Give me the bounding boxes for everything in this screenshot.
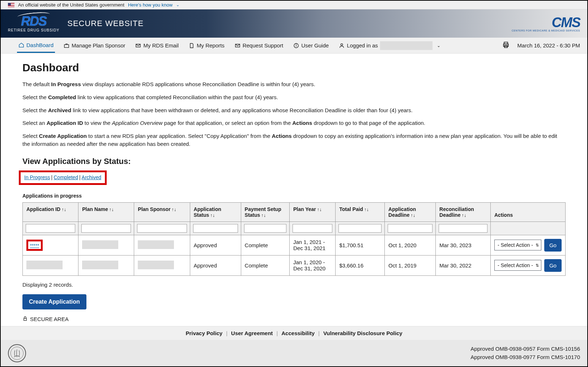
th-plan-year[interactable]: Plan Year↑↓ [289, 202, 335, 222]
th-application-id[interactable]: Application ID↑↓ [23, 202, 78, 222]
nav-my-rds-email[interactable]: My RDS Email [134, 39, 180, 52]
table-row: ***** Approved Complete Jan 1, 2021 - De… [23, 235, 566, 255]
secure-website-title: SECURE WEBSITE [67, 19, 144, 28]
nav-request-support[interactable]: Request Support [233, 39, 285, 52]
go-button[interactable]: Go [544, 259, 562, 272]
site-header: RDS RETIREE DRUG SUBSIDY SECURE WEBSITE … [1, 9, 587, 38]
intro-text: The default In Progress view displays ac… [22, 80, 566, 148]
filter-actions-blank [490, 222, 565, 235]
records-count: Displaying 2 records. [22, 282, 566, 288]
omb-line-2: Approved OMB-0938-0977 Form CMS-10170 [470, 353, 580, 362]
footer-accessibility[interactable]: Accessibility [281, 330, 315, 336]
info-icon [293, 43, 299, 48]
gov-banner-text: An official website of the United States… [18, 2, 124, 8]
cell-total-paid: $1,700.51 [336, 235, 385, 255]
th-payment-setup-status[interactable]: Payment Setup Status↑↓ [241, 202, 289, 222]
create-application-button[interactable]: Create Application [22, 294, 86, 309]
th-application-status[interactable]: Application Status↑↓ [190, 202, 241, 222]
nav-logged-in-as[interactable]: Logged in as ⌄ [337, 38, 442, 54]
cell-plan-year: Jan 1, 2021 - Dec 31, 2021 [289, 235, 335, 255]
redacted-username [380, 41, 433, 50]
cms-logo[interactable]: CMS CENTERS FOR MEDICARE & MEDICAID SERV… [512, 16, 580, 32]
page-title: Dashboard [22, 62, 566, 74]
th-actions: Actions [490, 202, 565, 222]
nav-my-reports[interactable]: My Reports [187, 39, 226, 52]
redacted-plan-sponsor [138, 261, 174, 269]
status-links-highlight-box: In Progress|Completed|Archived [19, 170, 107, 185]
main-content: Dashboard The default In Progress view d… [1, 54, 587, 326]
cell-total-paid: $3,660.16 [336, 255, 385, 275]
us-flag-icon [8, 3, 14, 7]
nav-user-guide[interactable]: User Guide [292, 39, 330, 52]
go-button[interactable]: Go [544, 239, 562, 252]
th-total-paid[interactable]: Total Paid↑↓ [336, 202, 385, 222]
cell-application-deadline: Oct 1, 2020 [385, 235, 436, 255]
filter-plan-year[interactable] [293, 224, 332, 233]
how-you-know-link[interactable]: Here's how you know [128, 2, 172, 8]
filter-application-deadline[interactable] [388, 224, 433, 233]
chevron-down-icon[interactable]: ⌄ [437, 43, 440, 48]
envelope-icon [135, 43, 141, 48]
filter-total-paid[interactable] [338, 224, 382, 233]
briefcase-icon [64, 43, 69, 48]
print-icon[interactable] [502, 41, 510, 50]
omb-line-1: Approved OMB-0938-0957 Form CMS-10156 [470, 345, 580, 353]
redacted-plan-name [82, 261, 118, 269]
cell-plan-year: Jan 1, 2020 - Dec 31, 2020 [289, 255, 335, 275]
envelope-icon [235, 43, 240, 48]
action-select[interactable]: - Select Action - [494, 260, 541, 271]
filter-payment-status[interactable] [244, 224, 286, 233]
rds-logo[interactable]: RDS RETIREE DRUG SUBSIDY [8, 15, 59, 32]
secure-area-label: SECURE AREA [22, 316, 566, 322]
lock-icon [22, 316, 28, 322]
action-select[interactable]: - Select Action - [494, 240, 541, 250]
filter-plan-name[interactable] [81, 224, 131, 233]
th-plan-sponsor[interactable]: Plan Sponsor↑↓ [134, 202, 190, 222]
svg-rect-0 [64, 45, 69, 47]
filter-application-id[interactable] [26, 224, 75, 233]
status-link-archived[interactable]: Archived [82, 174, 101, 180]
footer-bottom: Approved OMB-0938-0957 Form CMS-10156 Ap… [1, 340, 587, 367]
cell-application-status: Approved [190, 235, 241, 255]
footer-links: Privacy Policy|User Agreement|Accessibil… [1, 326, 587, 340]
table-row: Approved Complete Jan 1, 2020 - Dec 31, … [23, 255, 566, 275]
cell-application-status: Approved [190, 255, 241, 275]
applications-table: Application ID↑↓ Plan Name↑↓ Plan Sponso… [22, 202, 566, 276]
filter-plan-sponsor[interactable] [137, 224, 187, 233]
application-id-highlight-box: ***** [26, 240, 43, 251]
nav-manage-plan-sponsor[interactable]: Manage Plan Sponsor [62, 39, 127, 52]
cell-reconciliation-deadline: Mar 30, 2023 [436, 235, 491, 255]
nav-bar: DashBoard Manage Plan Sponsor My RDS Ema… [1, 38, 587, 54]
hhs-seal-icon [8, 344, 26, 362]
user-icon [339, 43, 345, 48]
status-link-completed[interactable]: Completed [54, 174, 78, 180]
nav-datetime: March 16, 2022 - 6:30 PM [517, 42, 580, 48]
document-icon [189, 43, 195, 48]
redacted-plan-name [82, 240, 118, 249]
svg-point-5 [296, 44, 297, 45]
cell-payment-status: Complete [241, 235, 289, 255]
svg-point-6 [341, 43, 342, 45]
cell-reconciliation-deadline: Mar 30, 2022 [436, 255, 491, 275]
svg-rect-10 [24, 318, 27, 320]
chevron-down-icon[interactable]: ⌄ [176, 3, 179, 7]
home-icon [18, 42, 24, 48]
view-status-title: View Applications by Status: [22, 157, 566, 166]
filter-application-status[interactable] [193, 224, 238, 233]
footer-user-agreement[interactable]: User Agreement [231, 330, 273, 336]
th-plan-name[interactable]: Plan Name↑↓ [78, 202, 134, 222]
table-caption: Applications in progress [22, 193, 566, 199]
application-id-link[interactable]: ***** [30, 243, 39, 248]
footer-vulnerability-disclosure[interactable]: Vulnerability Disclosure Policy [323, 330, 402, 336]
cell-application-deadline: Oct 1, 2019 [385, 255, 436, 275]
redacted-application-id [26, 261, 63, 269]
redacted-plan-sponsor [138, 240, 174, 249]
gov-banner: An official website of the United States… [1, 1, 587, 9]
nav-dashboard[interactable]: DashBoard [17, 38, 55, 53]
filter-reconciliation-deadline[interactable] [439, 224, 487, 233]
cell-payment-status: Complete [241, 255, 289, 275]
status-link-in-progress[interactable]: In Progress [24, 174, 50, 180]
th-reconciliation-deadline[interactable]: Reconciliation Deadline↑↓ [436, 202, 491, 222]
th-application-deadline[interactable]: Application Deadline↑↓ [385, 202, 436, 222]
footer-privacy-policy[interactable]: Privacy Policy [186, 330, 222, 336]
